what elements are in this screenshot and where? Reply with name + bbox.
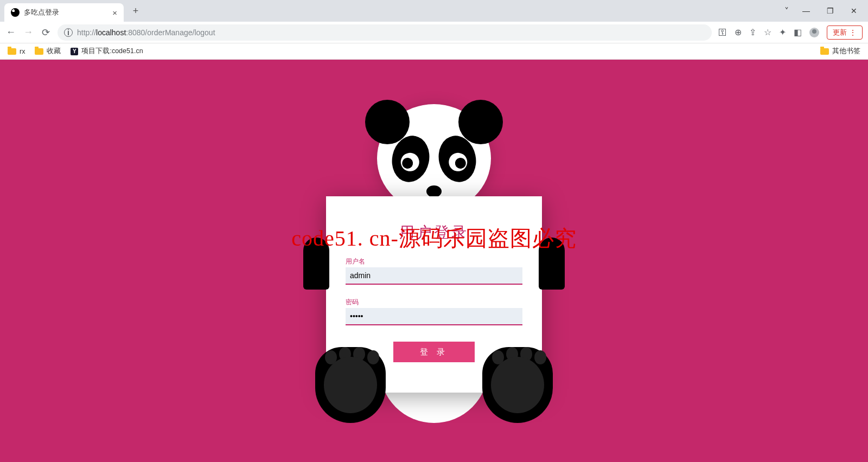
toolbar: ← → ⟳ i http://localhost:8080/orderManag… [0,22,868,43]
minimize-button[interactable]: — [795,3,817,18]
address-bar[interactable]: i http://localhost:8080/orderManage/logo… [58,24,712,41]
bookmark-label: rx [20,48,25,55]
tab-favicon-icon [11,8,20,17]
bookmark-item[interactable]: 收藏 [35,47,61,56]
bookmark-item[interactable]: rx [8,48,25,55]
panda-belly [380,352,488,423]
login-title: 用户登录 [346,222,522,243]
page-viewport: 用户登录 用户名 密码 登 录 code51. cn-源码乐园盗图必究 [0,60,868,462]
update-label: 更新 [833,28,847,37]
share-icon[interactable]: ⇪ [749,27,756,37]
window-controls: ˅ — ❐ ✕ [784,3,868,22]
menu-kebab-icon[interactable]: ⋮ [849,28,857,37]
bookmark-item[interactable]: Y 项目下载:code51.cn [71,47,143,56]
new-tab-button[interactable]: + [128,3,143,18]
site-info-icon[interactable]: i [64,28,73,37]
url-text: http://localhost:8080/orderManage/logout [77,28,705,37]
maximize-button[interactable]: ❐ [819,3,841,18]
bookmarks-bar: rx 收藏 Y 项目下载:code51.cn 其他书签 [0,43,868,60]
close-window-button[interactable]: ✕ [843,3,865,18]
panda-foot-icon [482,347,553,423]
bookmark-other[interactable]: 其他书签 [820,47,860,56]
bookmark-label: 收藏 [47,47,61,56]
panda-nose-icon [426,185,442,197]
back-button[interactable]: ← [5,27,16,38]
update-button[interactable]: 更新 ⋮ [827,25,863,40]
browser-chrome: 多吃点登录 × + ˅ — ❐ ✕ ← → ⟳ i http://localho… [0,0,868,60]
panda-hand-icon [539,238,565,290]
toolbar-right: ⚿ ⊕ ⇪ ☆ ✦ ◧ 更新 ⋮ [718,25,863,40]
key-icon[interactable]: ⚿ [718,28,727,37]
sidepanel-icon[interactable]: ◧ [794,27,802,37]
panda-ear-icon [458,100,503,144]
site-favicon-icon: Y [71,48,78,55]
tab-title: 多吃点登录 [24,8,59,17]
login-button[interactable]: 登 录 [393,342,475,362]
username-label: 用户名 [346,257,522,266]
password-input[interactable] [346,308,522,325]
username-input[interactable] [346,267,522,285]
folder-icon [8,48,16,55]
username-field-wrap: 用户名 [346,257,522,285]
close-tab-icon[interactable]: × [112,8,117,17]
password-field-wrap: 密码 [346,298,522,325]
profile-avatar-icon[interactable] [809,28,819,37]
bookmark-label: 项目下载:code51.cn [81,47,143,56]
panda-ear-icon [365,100,410,144]
panda-foot-icon [315,347,386,423]
password-label: 密码 [346,298,522,307]
tab-strip: 多吃点登录 × + ˅ — ❐ ✕ [0,0,868,22]
forward-button[interactable]: → [23,27,34,38]
chevron-down-icon[interactable]: ˅ [784,6,789,16]
folder-icon [35,48,43,55]
panda-hand-icon [303,238,329,290]
panda-illustration: 用户登录 用户名 密码 登 录 [326,104,542,393]
bookmark-label: 其他书签 [832,47,860,56]
bookmark-star-icon[interactable]: ☆ [764,27,771,37]
login-card: 用户登录 用户名 密码 登 录 [326,196,542,393]
zoom-icon[interactable]: ⊕ [735,27,742,37]
tab-active[interactable]: 多吃点登录 × [4,3,124,22]
reload-button[interactable]: ⟳ [40,27,51,39]
folder-icon [820,48,829,55]
extensions-icon[interactable]: ✦ [779,27,786,37]
